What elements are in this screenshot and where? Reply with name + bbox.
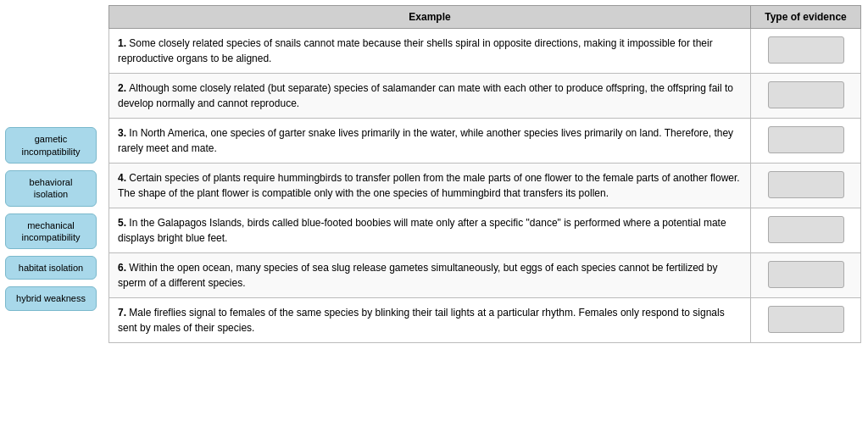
example-cell-2: 2. Although some closely related (but se… xyxy=(109,74,751,119)
example-cell-7: 7. Male fireflies signal to females of t… xyxy=(109,298,751,343)
table-row: 7. Male fireflies signal to females of t… xyxy=(109,298,861,343)
row-number: 5. xyxy=(118,217,129,229)
evidence-dropdown-6[interactable] xyxy=(768,261,844,288)
table-row: 1. Some closely related species of snail… xyxy=(109,29,861,74)
sidebar-btn-habitat-isolation[interactable]: habitat isolation xyxy=(5,256,97,280)
evidence-dropdown-4[interactable] xyxy=(768,171,844,198)
row-number: 6. xyxy=(118,262,129,274)
evidence-header: Type of evidence xyxy=(751,6,861,29)
sidebar-btn-gametic-incompatibility[interactable]: gametic incompatibility xyxy=(5,127,97,164)
example-cell-4: 4. Certain species of plants require hum… xyxy=(109,164,751,208)
row-number: 1. xyxy=(118,37,129,49)
table-row: 3. In North America, one species of gart… xyxy=(109,119,861,164)
evidence-cell-1 xyxy=(751,29,861,74)
sidebar: gametic incompatibilitybehavioral isolat… xyxy=(0,0,102,438)
row-number: 2. xyxy=(118,82,129,94)
sidebar-btn-mechanical-incompatibility[interactable]: mechanical incompatibility xyxy=(5,213,97,250)
sidebar-btn-behavioral-isolation[interactable]: behavioral isolation xyxy=(5,170,97,207)
table-row: 5. In the Galapagos Islands, birds calle… xyxy=(109,208,861,253)
sidebar-btn-hybrid-weakness[interactable]: hybrid weakness xyxy=(5,286,97,310)
row-number: 3. xyxy=(118,127,129,139)
evidence-cell-6 xyxy=(751,253,861,298)
row-number: 4. xyxy=(118,172,129,184)
evidence-table: Example Type of evidence 1. Some closely… xyxy=(108,5,861,343)
evidence-dropdown-1[interactable] xyxy=(768,36,844,64)
evidence-dropdown-3[interactable] xyxy=(768,126,844,153)
table-row: 6. Within the open ocean, many species o… xyxy=(109,253,861,298)
example-header: Example xyxy=(109,6,751,29)
evidence-cell-3 xyxy=(751,119,861,164)
evidence-dropdown-7[interactable] xyxy=(768,306,844,333)
evidence-cell-2 xyxy=(751,74,861,119)
evidence-dropdown-2[interactable] xyxy=(768,81,844,108)
main-content: Example Type of evidence 1. Some closely… xyxy=(102,0,868,438)
evidence-dropdown-5[interactable] xyxy=(768,216,844,243)
row-number: 7. xyxy=(118,307,129,319)
example-cell-1: 1. Some closely related species of snail… xyxy=(109,29,751,74)
example-cell-6: 6. Within the open ocean, many species o… xyxy=(109,253,751,298)
example-cell-5: 5. In the Galapagos Islands, birds calle… xyxy=(109,208,751,253)
example-cell-3: 3. In North America, one species of gart… xyxy=(109,119,751,164)
evidence-cell-4 xyxy=(751,164,861,208)
table-row: 2. Although some closely related (but se… xyxy=(109,74,861,119)
evidence-cell-5 xyxy=(751,208,861,253)
evidence-cell-7 xyxy=(751,298,861,343)
table-row: 4. Certain species of plants require hum… xyxy=(109,164,861,208)
